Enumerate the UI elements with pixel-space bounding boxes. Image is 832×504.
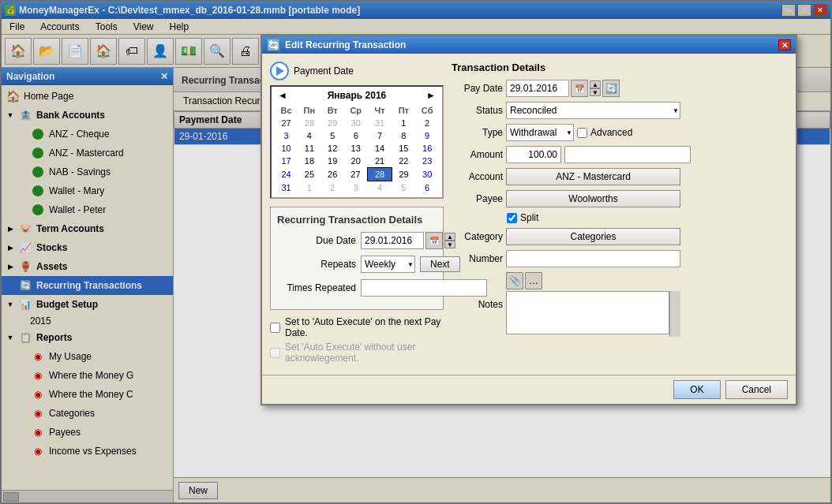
- pay-date-row: Pay Date 📅 ▲ ▼ 🔄: [452, 80, 680, 97]
- cal-day[interactable]: 17: [275, 155, 298, 168]
- ok-button[interactable]: OK: [673, 380, 720, 399]
- cal-day[interactable]: 29: [392, 168, 415, 181]
- cal-day[interactable]: 6: [344, 129, 368, 142]
- payee-label: Payee: [452, 193, 503, 204]
- cal-day[interactable]: 25: [298, 168, 321, 181]
- cal-day[interactable]: 28: [298, 117, 321, 129]
- due-date-input[interactable]: [361, 232, 424, 249]
- cal-week-4: 17 18 19 20 21 22 23: [275, 155, 439, 168]
- cal-week-5: 24 25 26 27 28 29 30: [275, 168, 439, 181]
- cal-day[interactable]: 18: [298, 155, 321, 168]
- cal-day[interactable]: 2: [321, 181, 344, 195]
- notes-attach-btn[interactable]: 📎: [506, 272, 523, 289]
- account-row: Account ANZ - Mastercard: [452, 168, 680, 185]
- checkboxes-section: Set to 'Auto Execute' on the next Pay Da…: [270, 316, 444, 364]
- due-date-cal-btn[interactable]: 📅: [425, 232, 443, 249]
- advanced-checkbox[interactable]: [577, 128, 587, 138]
- calendar-section: Payment Date ◄ Январь 2016 ► Вс Пн: [270, 62, 444, 367]
- type-row: Type Withdrawal Deposit Transfer ▼ Advan…: [452, 124, 680, 141]
- cal-header-fri: Пт: [392, 104, 415, 117]
- cal-day[interactable]: 10: [275, 142, 298, 155]
- cal-day-selected[interactable]: 28: [368, 168, 392, 181]
- cal-day[interactable]: 22: [392, 155, 415, 168]
- cal-day[interactable]: 12: [321, 142, 344, 155]
- payee-button[interactable]: Woolworths: [506, 190, 680, 207]
- cal-day[interactable]: 13: [344, 142, 368, 155]
- cal-day[interactable]: 5: [392, 181, 415, 195]
- cal-day[interactable]: 9: [415, 129, 439, 142]
- repeats-select[interactable]: Weekly Daily Monthly Yearly: [361, 256, 415, 273]
- repeats-select-box: Weekly Daily Monthly Yearly ▼: [361, 256, 415, 273]
- cal-day[interactable]: 2: [415, 117, 439, 129]
- cal-day[interactable]: 3: [344, 181, 368, 195]
- cal-day[interactable]: 27: [275, 117, 298, 129]
- cancel-button[interactable]: Cancel: [725, 380, 788, 399]
- cal-day[interactable]: 19: [321, 155, 344, 168]
- account-label: Account: [452, 171, 503, 182]
- cal-day[interactable]: 30: [344, 117, 368, 129]
- calendar-label: Payment Date: [270, 62, 444, 80]
- cal-day[interactable]: 27: [344, 168, 368, 181]
- cal-day[interactable]: 6: [415, 181, 439, 195]
- cal-day[interactable]: 30: [415, 168, 439, 181]
- pay-date-cal-btn[interactable]: 📅: [571, 80, 588, 97]
- notes-extra-btn[interactable]: …: [525, 272, 542, 289]
- category-button[interactable]: Categories: [506, 228, 680, 245]
- auto-execute-checkbox[interactable]: [270, 323, 280, 333]
- notes-textarea[interactable]: [506, 291, 669, 334]
- cal-day[interactable]: 1: [298, 181, 321, 195]
- status-row: Status Reconciled Cleared Unreconciled ▼: [452, 102, 680, 119]
- cal-day[interactable]: 31: [275, 181, 298, 195]
- type-select[interactable]: Withdrawal Deposit Transfer: [506, 124, 574, 141]
- notes-scrollbar[interactable]: [669, 291, 680, 337]
- cal-day[interactable]: 7: [368, 129, 392, 142]
- times-repeated-label: Times Repeated: [277, 282, 356, 293]
- cal-day[interactable]: 5: [321, 129, 344, 142]
- amount-row: Amount: [452, 146, 680, 163]
- split-checkbox[interactable]: [507, 213, 517, 223]
- notes-label: Notes: [452, 299, 503, 310]
- cal-week-3: 10 11 12 13 14 15 16: [275, 142, 439, 155]
- cal-month-year: Январь 2016: [328, 90, 387, 101]
- category-label: Category: [452, 231, 503, 242]
- status-select[interactable]: Reconciled Cleared Unreconciled: [506, 102, 680, 119]
- number-input[interactable]: [506, 250, 680, 267]
- pay-date-input[interactable]: [506, 80, 569, 97]
- cal-day[interactable]: 20: [344, 155, 368, 168]
- dialog-close-button[interactable]: ✕: [778, 39, 791, 50]
- cal-prev-btn[interactable]: ◄: [275, 90, 290, 101]
- cal-day[interactable]: 31: [368, 117, 392, 129]
- auto-execute-no-ack-checkbox[interactable]: [270, 348, 280, 358]
- cal-header-sat: Сб: [415, 104, 439, 117]
- pay-date-extra-btn[interactable]: 🔄: [602, 80, 620, 97]
- cal-day[interactable]: 14: [368, 142, 392, 155]
- amount-label: Amount: [452, 149, 503, 160]
- cal-day[interactable]: 4: [298, 129, 321, 142]
- cal-day[interactable]: 24: [275, 168, 298, 181]
- play-button[interactable]: [270, 62, 289, 80]
- cal-day[interactable]: 16: [415, 142, 439, 155]
- cal-day[interactable]: 26: [321, 168, 344, 181]
- auto-execute-no-ack-row: Set 'Auto Execute' without user acknowle…: [270, 342, 444, 364]
- amount-group: [506, 146, 691, 163]
- txn-title: Transaction Details: [452, 62, 680, 73]
- cal-next-btn[interactable]: ►: [423, 90, 439, 101]
- payment-date-label: Payment Date: [294, 65, 354, 77]
- cal-day[interactable]: 4: [368, 181, 392, 195]
- cal-day[interactable]: 8: [392, 129, 415, 142]
- pay-date-up-btn[interactable]: ▲: [590, 80, 601, 88]
- account-button[interactable]: ANZ - Mastercard: [506, 168, 680, 185]
- cal-day[interactable]: 3: [275, 129, 298, 142]
- amount-input2[interactable]: [564, 146, 691, 163]
- cal-day[interactable]: 21: [368, 155, 392, 168]
- cal-day[interactable]: 11: [298, 142, 321, 155]
- cal-day[interactable]: 23: [415, 155, 439, 168]
- cal-day[interactable]: 29: [321, 117, 344, 129]
- amount-input[interactable]: [506, 146, 561, 163]
- split-label: Split: [520, 212, 538, 223]
- pay-date-down-btn[interactable]: ▼: [590, 88, 601, 96]
- notes-toolbar: 📎 …: [506, 272, 680, 289]
- type-select-box: Withdrawal Deposit Transfer ▼: [506, 124, 574, 141]
- cal-day[interactable]: 15: [392, 142, 415, 155]
- cal-day[interactable]: 1: [392, 117, 415, 129]
